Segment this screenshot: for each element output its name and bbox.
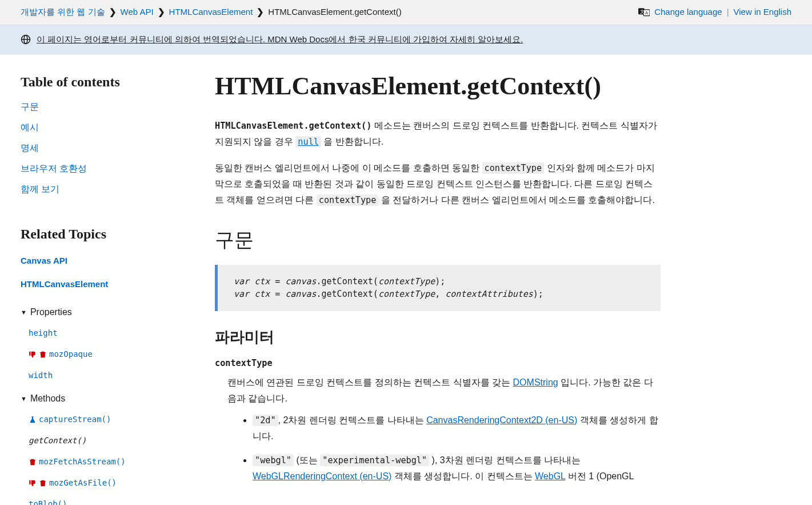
related-element-link[interactable]: HTMLCanvasElement xyxy=(21,278,192,291)
globe-icon xyxy=(21,34,31,45)
breadcrumb-separator: ❯ xyxy=(109,6,117,19)
context-type-code: contextType xyxy=(482,162,545,174)
trash-icon xyxy=(39,351,47,359)
method-item[interactable]: mozGetAsFile() xyxy=(29,477,192,489)
thumbs-down-icon xyxy=(29,479,37,487)
thumbs-down-icon xyxy=(29,351,37,359)
context-paragraph: 동일한 캔버스 엘리먼트에서 나중에 이 메소드를 호출하면 동일한 conte… xyxy=(215,160,661,208)
toc-list: 구문 예시 명세 브라우저 호환성 함께 보기 xyxy=(21,100,192,196)
syntax-code-block: var ctx = canvas.getContext(contextType)… xyxy=(215,265,661,311)
translate-icon: 文A xyxy=(638,7,650,17)
param-name: contextType xyxy=(215,356,661,370)
properties-label: Properties xyxy=(30,305,72,319)
method-item[interactable]: mozFetchAsStream() xyxy=(29,456,192,468)
breadcrumb-item[interactable]: 개발자를 위한 웹 기술 xyxy=(21,6,105,19)
sidebar: Table of contents 구문 예시 명세 브라우저 호환성 함께 보… xyxy=(21,71,192,505)
webgl-context-link[interactable]: WebGLRenderingContext (en-US) xyxy=(253,471,391,481)
syntax-heading: 구문 xyxy=(215,225,661,255)
flask-icon xyxy=(29,416,37,424)
change-language-button[interactable]: Change language xyxy=(654,6,722,19)
param-description: 캔버스에 연관된 드로잉 컨텍스트를 정의하는 컨텍스트 식별자를 갖는 DOM… xyxy=(227,375,661,484)
divider: | xyxy=(727,6,729,19)
related-heading: Related Topics xyxy=(21,224,192,244)
methods-list: captureStream() getContext() mozFetchAsS… xyxy=(21,413,192,505)
domstring-link[interactable]: DOMString xyxy=(513,377,558,387)
toc-item[interactable]: 명세 xyxy=(21,143,39,153)
breadcrumb-separator: ❯ xyxy=(257,6,264,19)
breadcrumb-separator: ❯ xyxy=(158,6,165,19)
methods-label: Methods xyxy=(30,392,65,405)
breadcrumb-bar: 개발자를 위한 웹 기술 ❯ Web API ❯ HTMLCanvasEleme… xyxy=(0,0,812,25)
property-item[interactable]: mozOpaque xyxy=(29,348,192,360)
methods-toggle[interactable]: ▼ Methods xyxy=(21,392,192,405)
method-name-code: HTMLCanvasElement.getContext() xyxy=(215,121,371,131)
language-switcher: 文A Change language | View in English xyxy=(638,6,791,19)
method-item-current: getContext() xyxy=(29,435,192,447)
breadcrumb-item[interactable]: HTMLCanvasElement xyxy=(169,6,253,19)
param-value-item: "webgl" (또는 "experimental-webgl" ), 3차원 … xyxy=(253,452,661,484)
property-item[interactable]: height xyxy=(29,327,192,339)
breadcrumb: 개발자를 위한 웹 기술 ❯ Web API ❯ HTMLCanvasEleme… xyxy=(21,6,402,19)
trash-icon xyxy=(39,479,47,487)
translation-notice: 이 페이지는 영어로부터 커뮤니티에 의하여 번역되었습니다. MDN Web … xyxy=(0,25,812,55)
method-item[interactable]: captureStream() xyxy=(29,413,192,426)
article: HTMLCanvasElement.getContext() HTMLCanva… xyxy=(215,71,661,505)
param-value-item: "2d", 2차원 렌더링 컨텍스트를 나타내는 CanvasRendering… xyxy=(253,412,661,444)
page-title: HTMLCanvasElement.getContext() xyxy=(215,71,661,102)
method-item[interactable]: toBlob() xyxy=(29,498,192,505)
properties-toggle[interactable]: ▼ Properties xyxy=(21,305,192,319)
parameters-heading: 파라미터 xyxy=(215,326,661,348)
svg-text:A: A xyxy=(645,10,648,15)
properties-list: height mozOpaque width xyxy=(21,327,192,381)
translation-notice-link[interactable]: 이 페이지는 영어로부터 커뮤니티에 의하여 번역되었습니다. MDN Web … xyxy=(37,33,523,46)
triangle-down-icon: ▼ xyxy=(21,308,27,317)
view-english-button[interactable]: View in English xyxy=(734,6,791,19)
toc-heading: Table of contents xyxy=(21,71,192,92)
toc-item[interactable]: 예시 xyxy=(21,122,39,132)
toc-item[interactable]: 구문 xyxy=(21,102,39,112)
toc-item[interactable]: 함께 보기 xyxy=(21,184,59,194)
triangle-down-icon: ▼ xyxy=(21,394,27,404)
webgl-link[interactable]: WebGL xyxy=(535,471,565,481)
canvas2d-link[interactable]: CanvasRenderingContext2D (en-US) xyxy=(426,415,577,425)
intro-paragraph: HTMLCanvasElement.getContext() 메소드는 캔버스의… xyxy=(215,118,661,150)
toc-item[interactable]: 브라우저 호환성 xyxy=(21,164,87,173)
breadcrumb-item[interactable]: Web API xyxy=(121,6,154,19)
svg-text:文: 文 xyxy=(640,9,645,14)
breadcrumb-current: HTMLCanvasElement.getContext() xyxy=(268,6,401,19)
related-api-link[interactable]: Canvas API xyxy=(21,255,192,268)
null-link[interactable]: null xyxy=(295,137,321,146)
property-item[interactable]: width xyxy=(29,369,192,381)
context-type-code: contextType xyxy=(317,194,379,206)
trash-icon xyxy=(29,458,37,466)
